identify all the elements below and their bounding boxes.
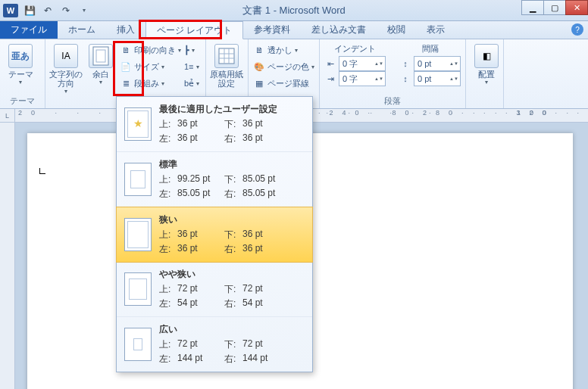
tab-view[interactable]: 表示 [416, 21, 455, 39]
chevron-down-icon: ▾ [99, 79, 102, 86]
indent-left-icon: ⇤ [324, 58, 336, 70]
watermark-icon: 🗎 [253, 44, 265, 56]
indent-left-input[interactable]: 0 字▲▼ [339, 56, 386, 71]
space-after-input[interactable]: 0 pt▲▼ [414, 71, 461, 86]
save-icon[interactable]: 💾 [21, 3, 38, 18]
space-before-input[interactable]: 0 pt▲▼ [414, 56, 461, 71]
columns-icon: ≣ [120, 77, 132, 89]
orientation-icon: 🗎 [120, 44, 132, 56]
ruler-corner: L [0, 109, 15, 122]
margin-preset-normal[interactable]: 標準 上:99.25 pt 下:85.05 pt 左:85.05 pt 右:85… [117, 152, 312, 207]
title-bar: W 💾 ↶ ↷ ▾ 文書 1 - Microsoft Word ▁ ▢ ✕ [0, 0, 588, 21]
spacing-heading: 間隔 [399, 41, 461, 56]
stepper-icon[interactable]: ▲▼ [374, 76, 382, 81]
margin-preset-wide[interactable]: 広い 上:72 pt 下:72 pt 左:144 pt 右:144 pt [117, 317, 312, 372]
margin-preset-narrow[interactable]: 狭い 上:36 pt 下:36 pt 左:36 pt 右:36 pt [116, 207, 313, 263]
preset-title: 最後に適用したユーザー設定 [159, 103, 305, 116]
tab-file[interactable]: ファイル [0, 21, 58, 39]
stepper-icon[interactable]: ▲▼ [449, 76, 457, 81]
themes-button[interactable]: 亜あ テーマ ▾ [5, 41, 36, 86]
margin-preset-last-custom[interactable]: 最後に適用したユーザー設定 上:36 pt 下:36 pt 左:36 pt 右:… [117, 97, 312, 152]
preset-thumb-icon [124, 107, 152, 141]
tab-mailings[interactable]: 差し込み文書 [301, 21, 377, 39]
window-title: 文書 1 - Microsoft Word [242, 4, 346, 17]
line-numbers-button[interactable]: 1≡ ▾ [184, 59, 201, 74]
preset-title: 標準 [159, 158, 305, 171]
indent-right-input[interactable]: 0 字▲▼ [339, 71, 386, 86]
size-button[interactable]: 📄サイズ ▾ [120, 59, 181, 74]
stepper-icon[interactable]: ▲▼ [374, 61, 382, 66]
maximize-button[interactable]: ▢ [543, 0, 566, 15]
vertical-ruler[interactable] [0, 123, 15, 389]
breaks-button[interactable]: ┣ ▾ [184, 42, 201, 58]
preset-thumb-icon [124, 163, 152, 196]
group-label-arrange [471, 98, 499, 108]
page-setup-small-commands: 🗎印刷の向き ▾ 📄サイズ ▾ ≣段組み ▾ [120, 41, 181, 95]
group-paragraph: インデント ⇤0 字▲▼ ⇥0 字▲▼ 間隔 ↕0 pt▲▼ ↕0 pt▲▼ 段… [320, 39, 466, 108]
group-themes: 亜あ テーマ ▾ テーマ [0, 39, 45, 108]
ribbon-tabs: ファイル ホーム 挿入 ページ レイアウト 参考資料 差し込み文書 校閲 表示 … [0, 21, 588, 39]
size-icon: 📄 [120, 61, 132, 73]
tab-page-layout[interactable]: ページ レイアウト [145, 21, 243, 39]
manuscript-button[interactable]: 原稿用紙 設定 [211, 41, 242, 88]
chevron-down-icon: ▾ [19, 79, 22, 86]
chevron-down-icon: ▾ [485, 79, 488, 86]
tab-home[interactable]: ホーム [58, 21, 106, 39]
text-direction-icon: IA [54, 44, 78, 68]
margin-preset-moderate[interactable]: やや狭い 上:72 pt 下:72 pt 左:54 pt 右:54 pt [117, 262, 312, 317]
arrange-button[interactable]: ◧ 配置 ▾ [471, 41, 502, 86]
orientation-button[interactable]: 🗎印刷の向き ▾ [120, 42, 181, 58]
close-button[interactable]: ✕ [565, 0, 588, 15]
text-cursor-marker [39, 168, 45, 174]
space-after-icon: ↕ [399, 73, 411, 85]
watermark-button[interactable]: 🗎透かし ▾ [253, 42, 314, 58]
margins-button[interactable]: 余白 ▾ [85, 41, 117, 95]
window-controls: ▁ ▢ ✕ [522, 0, 588, 15]
page-borders-button[interactable]: ▦ページ罫線 [253, 76, 314, 91]
page-color-icon: 🎨 [253, 61, 265, 73]
help-icon[interactable]: ? [571, 23, 583, 36]
indent-heading: インデント [324, 41, 386, 56]
tab-insert[interactable]: 挿入 [106, 21, 145, 39]
preset-title: 狭い [159, 213, 305, 226]
preset-title: やや狭い [159, 268, 305, 281]
group-label-themes: テーマ [5, 95, 40, 108]
text-direction-button[interactable]: IA 文字列の 方向 ▾ [50, 41, 82, 95]
ruler-right-marks: ·240· · ·280· · ·320· · ·360· · ·400· · … [318, 109, 588, 117]
tab-review[interactable]: 校閲 [377, 21, 416, 39]
preset-thumb-icon [124, 218, 152, 251]
redo-icon[interactable]: ↷ [58, 3, 74, 18]
hyphenation-button[interactable]: bẻ ▾ [184, 76, 201, 91]
quick-access-toolbar: 💾 ↶ ↷ ▾ [21, 3, 92, 18]
margins-dropdown-menu: 最後に適用したユーザー設定 上:36 pt 下:36 pt 左:36 pt 右:… [116, 96, 313, 372]
margins-icon [89, 44, 113, 68]
preset-thumb-icon [124, 272, 152, 306]
tab-references[interactable]: 参考資料 [243, 21, 301, 39]
themes-icon: 亜あ [8, 44, 33, 68]
columns-button[interactable]: ≣段組み ▾ [120, 76, 181, 91]
group-label-paragraph: 段落 [324, 95, 461, 108]
group-arrange: ◧ 配置 ▾ [466, 39, 504, 108]
page-color-button[interactable]: 🎨ページの色 ▾ [253, 59, 314, 74]
preset-thumb-icon [124, 328, 152, 361]
svg-rect-2 [219, 48, 234, 64]
minimize-button[interactable]: ▁ [521, 0, 544, 15]
preset-title: 広い [159, 323, 305, 336]
undo-icon[interactable]: ↶ [39, 3, 56, 18]
manuscript-icon [214, 44, 239, 68]
arrange-icon: ◧ [474, 44, 499, 68]
stepper-icon[interactable]: ▲▼ [449, 61, 457, 66]
word-app-icon: W [3, 4, 18, 17]
chevron-down-icon: ▾ [64, 88, 67, 95]
page-setup-extra: ┣ ▾ 1≡ ▾ bẻ ▾ [184, 41, 201, 95]
qat-customize-icon[interactable]: ▾ [76, 3, 92, 18]
indent-right-icon: ⇥ [324, 73, 336, 85]
page-border-icon: ▦ [253, 77, 265, 89]
space-before-icon: ↕ [399, 58, 411, 70]
